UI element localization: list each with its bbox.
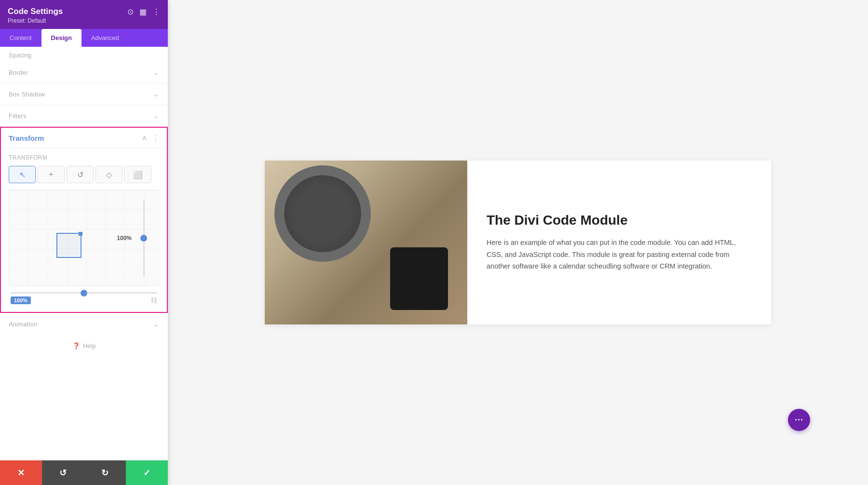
- preset-label[interactable]: Preset: Default: [8, 17, 160, 24]
- h-slider-labels: 100% ⛓: [11, 296, 157, 304]
- transform-btn-move[interactable]: ↖: [9, 166, 36, 183]
- fab-button[interactable]: ···: [788, 409, 810, 431]
- horizontal-slider-area: 100% ⛓: [9, 292, 159, 304]
- help-label: Help: [83, 342, 96, 350]
- save-icon: ✓: [143, 468, 150, 478]
- transform-title: Transform: [9, 134, 44, 142]
- spacing-partial: Spacing: [0, 47, 168, 62]
- h-slider-thumb[interactable]: [81, 290, 87, 296]
- vertical-slider-track[interactable]: [143, 200, 145, 277]
- coffee-image: [265, 161, 467, 324]
- border-section[interactable]: Border ⌄: [0, 62, 168, 83]
- vertical-value: 100%: [117, 235, 132, 242]
- redo-button[interactable]: ↻: [84, 460, 126, 485]
- filters-label: Filters: [9, 112, 27, 120]
- main-content: The Divi Code Module Here is an example …: [168, 0, 868, 485]
- content-text: The Divi Code Module Here is an example …: [467, 161, 771, 324]
- tab-design[interactable]: Design: [41, 29, 81, 47]
- transform-section: Transform ∧ ⋮ Transform ↖ + ↺ ◇ ⬜: [0, 127, 168, 313]
- box-shadow-chevron: ⌄: [153, 90, 159, 98]
- settings-icon[interactable]: ⊙: [127, 7, 134, 16]
- box-shadow-section[interactable]: Box Shadow ⌄: [0, 83, 168, 105]
- filters-chevron: ⌄: [153, 112, 159, 120]
- link-icon[interactable]: ⛓: [150, 296, 157, 304]
- content-card: The Divi Code Module Here is an example …: [265, 161, 771, 324]
- vertical-slider-container: 100%: [136, 190, 151, 286]
- content-body: Here is an example of what you can put i…: [487, 237, 752, 272]
- animation-chevron: ⌄: [153, 320, 159, 328]
- undo-button[interactable]: ↺: [42, 460, 84, 485]
- h-slider-fill: [11, 292, 84, 294]
- more-icon[interactable]: ⋮: [152, 7, 160, 16]
- transform-icon-btn-row: ↖ + ↺ ◇ ⬜: [9, 166, 159, 183]
- transform-btn-rotate[interactable]: ↺: [67, 166, 94, 183]
- sidebar-content: Spacing Border ⌄ Box Shadow ⌄ Filters ⌄ …: [0, 47, 168, 460]
- sidebar-title: Code Settings: [8, 7, 63, 16]
- border-chevron: ⌄: [153, 68, 159, 76]
- transform-more-icon[interactable]: ⋮: [152, 134, 159, 142]
- transform-subtitle: Transform: [9, 154, 159, 161]
- help-area[interactable]: ❓ Help: [0, 335, 168, 357]
- tab-advanced[interactable]: Advanced: [81, 29, 129, 47]
- transform-btn-origin[interactable]: ⬜: [124, 166, 151, 183]
- animation-label: Animation: [9, 321, 38, 328]
- transform-controls: Transform ↖ + ↺ ◇ ⬜ 100%: [1, 148, 167, 312]
- transform-header: Transform ∧ ⋮: [1, 128, 167, 148]
- border-label: Border: [9, 69, 28, 76]
- canvas-box-handle: [79, 232, 82, 236]
- tabs-bar: Content Design Advanced: [0, 29, 168, 47]
- bottom-bar: ✕ ↺ ↻ ✓: [0, 460, 168, 485]
- redo-icon: ↻: [101, 468, 108, 478]
- h-slider-track[interactable]: [11, 292, 157, 294]
- transform-canvas: 100%: [9, 190, 159, 286]
- transform-header-icons: ∧ ⋮: [142, 134, 159, 142]
- save-button[interactable]: ✓: [126, 460, 168, 485]
- filters-section[interactable]: Filters ⌄: [0, 105, 168, 127]
- canvas-box: [56, 233, 81, 258]
- fab-dots-icon: ···: [795, 415, 803, 425]
- tab-content[interactable]: Content: [0, 29, 41, 47]
- transform-btn-scale[interactable]: +: [38, 166, 65, 183]
- animation-section[interactable]: Animation ⌄: [0, 313, 168, 335]
- header-icons: ⊙ ▦ ⋮: [127, 7, 160, 16]
- vertical-slider-thumb[interactable]: [140, 235, 147, 242]
- content-heading: The Divi Code Module: [487, 213, 752, 228]
- h-value-badge: 100%: [11, 296, 31, 304]
- transform-collapse-icon[interactable]: ∧: [142, 134, 147, 142]
- cancel-button[interactable]: ✕: [0, 460, 42, 485]
- help-icon: ❓: [72, 342, 80, 350]
- cancel-icon: ✕: [17, 468, 25, 478]
- columns-icon[interactable]: ▦: [139, 7, 147, 16]
- undo-icon: ↺: [59, 468, 67, 478]
- sidebar-header: Code Settings ⊙ ▦ ⋮ Preset: Default: [0, 0, 168, 29]
- box-shadow-label: Box Shadow: [9, 91, 45, 98]
- sidebar: Code Settings ⊙ ▦ ⋮ Preset: Default Cont…: [0, 0, 168, 485]
- transform-btn-skew[interactable]: ◇: [95, 166, 122, 183]
